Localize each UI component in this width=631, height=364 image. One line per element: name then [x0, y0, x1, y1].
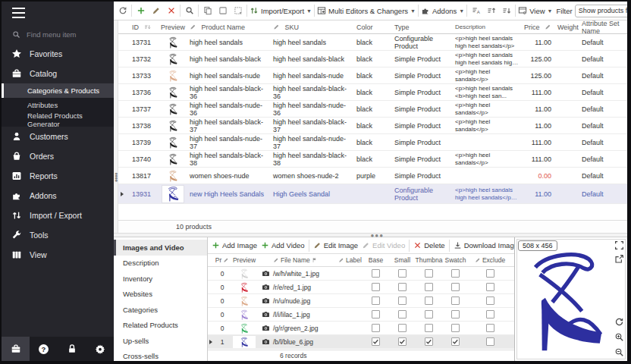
view-menu-button[interactable]: View▼: [518, 6, 552, 15]
edit-product-button[interactable]: [149, 5, 162, 17]
column-header-id[interactable]: ID: [126, 24, 158, 31]
sidebar-item-related-products-generator[interactable]: Related Products Generator: [2, 112, 114, 127]
base-checkbox[interactable]: [372, 283, 380, 291]
thumbnail-checkbox[interactable]: [425, 283, 433, 291]
image-row-r-e-red-1-jpg[interactable]: 0 /r/e/red_1.jpg: [208, 281, 514, 294]
grid-splitter[interactable]: ●●●●: [114, 20, 118, 233]
small-checkbox[interactable]: [398, 283, 407, 291]
product-row-13740[interactable]: 13740 high heel sandals-black-38 high he…: [118, 151, 627, 168]
bottom-settings-button[interactable]: [86, 337, 114, 361]
selection-mode-button[interactable]: [231, 5, 244, 17]
sidebar-item-view[interactable]: View: [2, 245, 114, 265]
column-header-price[interactable]: Price: [522, 24, 556, 31]
tab-categories[interactable]: Categories: [114, 302, 207, 318]
sort-ascending-button[interactable]: [485, 5, 498, 17]
base-checkbox[interactable]: [372, 269, 380, 278]
sidebar-item-categories-products[interactable]: Categories & Products: [2, 83, 114, 98]
base-checkbox[interactable]: [372, 297, 380, 305]
thumbnail-checkbox[interactable]: [425, 269, 433, 278]
product-row-13739[interactable]: 13739 high heel sandals-nude-37 high hee…: [118, 134, 627, 151]
column-header-product-name[interactable]: Product Name: [188, 24, 272, 31]
category-filter-select[interactable]: Show products from selected categories▼: [575, 5, 627, 17]
thumbnail-checkbox[interactable]: [425, 310, 433, 318]
image-row-n-u-nude-jpg[interactable]: 0 /n/u/nude.jpg: [208, 294, 514, 308]
product-row-13732[interactable]: 13732 high heel sandals-black high heel …: [118, 51, 627, 67]
exclude-checkbox[interactable]: [486, 324, 494, 332]
thumbnail-checkbox[interactable]: [425, 297, 433, 305]
sidebar-search[interactable]: Find menu item: [2, 24, 114, 44]
search-products-button[interactable]: [183, 5, 196, 17]
tab-cross-sells[interactable]: Cross-sells: [114, 349, 207, 364]
edit-image-button[interactable]: Edit Image: [313, 241, 358, 249]
column-header-color[interactable]: Color: [355, 24, 393, 31]
swatch-checkbox[interactable]: [451, 283, 460, 291]
bottom-catalog-button[interactable]: [2, 337, 30, 361]
sidebar-item-attributes[interactable]: Attributes: [2, 98, 114, 112]
open-external-button[interactable]: [614, 253, 625, 265]
sidebar-item-catalog[interactable]: Catalog: [2, 64, 114, 83]
product-row-13737[interactable]: 13737 high heel sandals-nude-36 high hee…: [118, 101, 627, 118]
column-header-file-name[interactable]: File Name: [273, 256, 338, 264]
delete-button[interactable]: Delete: [413, 241, 444, 249]
column-header-small[interactable]: Small: [389, 256, 416, 264]
rotate-image-button[interactable]: [614, 316, 625, 328]
tab-websites[interactable]: Websites: [114, 287, 207, 303]
sidebar-item-reports[interactable]: Reports: [2, 166, 114, 186]
add-image-button[interactable]: Add Image: [212, 241, 257, 249]
swatch-checkbox[interactable]: [451, 324, 460, 332]
tab-up-sells[interactable]: Up-sells: [114, 333, 207, 349]
product-row-13733[interactable]: 13733 high heel sandals-nude high heel s…: [118, 67, 627, 84]
image-row-w-h-white-1-jpg[interactable]: 0 /w/h/white_1.jpg: [208, 267, 514, 281]
swatch-checkbox[interactable]: [451, 269, 460, 278]
base-checkbox[interactable]: [372, 337, 380, 346]
column-header-position[interactable]: Pr: [214, 256, 231, 264]
product-row-13817[interactable]: 13817 women shoes-nude women shoes-nude-…: [118, 168, 627, 184]
exclude-checkbox[interactable]: [486, 269, 494, 278]
exclude-checkbox[interactable]: [486, 310, 494, 318]
column-header-exclude[interactable]: Exclude: [469, 256, 511, 264]
column-header-base[interactable]: Base: [363, 256, 389, 264]
edit-video-button[interactable]: Edit Video: [362, 241, 405, 249]
sidebar-item-favorites[interactable]: Favorites: [2, 44, 114, 64]
duplicate-button[interactable]: [201, 5, 214, 17]
tab-images-and-video[interactable]: Images and Video: [114, 240, 207, 256]
column-header-swatch[interactable]: Swatch: [442, 256, 469, 264]
small-checkbox[interactable]: [398, 324, 407, 332]
select-checkbox-button[interactable]: [216, 5, 229, 17]
small-checkbox[interactable]: [398, 310, 407, 318]
tab-description[interactable]: Description: [114, 256, 207, 271]
column-header-description[interactable]: Description: [454, 24, 522, 31]
hamburger-menu-button[interactable]: [2, 2, 114, 24]
small-checkbox[interactable]: [398, 269, 407, 278]
sort-az-button[interactable]: [469, 5, 482, 17]
sidebar-item-customers[interactable]: Customers: [2, 127, 114, 146]
import-export-menu-button[interactable]: Import/Export▼: [250, 6, 312, 15]
swatch-checkbox[interactable]: [451, 297, 460, 305]
exclude-checkbox[interactable]: [486, 337, 494, 346]
zoom-in-button[interactable]: [614, 331, 625, 343]
bottom-lock-button[interactable]: [58, 337, 86, 361]
column-header-type[interactable]: Type: [393, 24, 454, 31]
download-image-button[interactable]: Download Image: [454, 241, 514, 249]
delete-product-button[interactable]: [165, 5, 177, 17]
small-checkbox[interactable]: [398, 337, 407, 346]
image-row-b-l-blue-6-jpg[interactable]: 1 /b/l/blue_6.jpg: [208, 335, 514, 349]
thumbnail-checkbox[interactable]: [425, 337, 433, 346]
actual-size-button[interactable]: [614, 240, 625, 251]
bottom-help-button[interactable]: ?: [30, 337, 58, 361]
swatch-checkbox[interactable]: [451, 337, 460, 346]
column-header-sku[interactable]: SKU: [272, 24, 355, 31]
multi-editors-menu-button[interactable]: Multi Editors & Changers▼: [317, 6, 416, 15]
tab-related-products[interactable]: Related Products: [114, 318, 207, 334]
exclude-checkbox[interactable]: [486, 283, 494, 291]
add-video-button[interactable]: Add Video: [261, 241, 305, 249]
exclude-checkbox[interactable]: [486, 297, 494, 305]
sidebar-item-import-export[interactable]: Import / Export: [2, 206, 114, 225]
image-row-g-r-green-2-jpg[interactable]: 0 /g/r/green_2.jpg: [208, 322, 514, 335]
refresh-button[interactable]: [116, 5, 129, 17]
column-header-weight[interactable]: Weight: [556, 24, 580, 31]
add-product-button[interactable]: [134, 5, 147, 17]
base-checkbox[interactable]: [372, 324, 380, 332]
swatch-checkbox[interactable]: [451, 310, 460, 318]
sidebar-item-tools[interactable]: Tools: [2, 225, 114, 245]
